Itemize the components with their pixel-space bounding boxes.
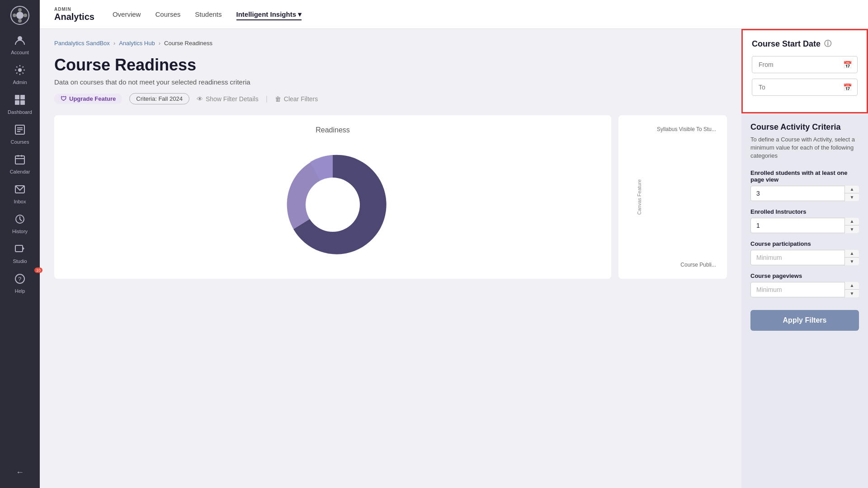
breadcrumb: Pandalytics SandBox › Analytics Hub › Co… bbox=[54, 40, 727, 47]
sidebar: Account Admin Dashboard bbox=[0, 0, 40, 488]
course-start-date-section: Course Start Date ⓘ 📅 📅 bbox=[741, 29, 868, 113]
enrolled-instructors-down[interactable]: ▼ bbox=[845, 225, 859, 233]
topnav-links: Overview Courses Students Intelligent In… bbox=[113, 9, 302, 20]
sidebar-item-label-help: Help bbox=[15, 288, 25, 294]
enrolled-students-input[interactable]: 3 bbox=[750, 186, 859, 201]
sidebar-item-label-dashboard: Dashboard bbox=[8, 109, 32, 115]
trash-icon: 🗑 bbox=[275, 95, 281, 103]
upgrade-label: Upgrade Feature bbox=[69, 95, 116, 102]
history-icon bbox=[14, 213, 26, 227]
svg-point-1 bbox=[16, 12, 24, 19]
sidebar-collapse-button[interactable]: ← bbox=[10, 462, 29, 483]
criteria-section: Course Activity Criteria To define a Cou… bbox=[741, 113, 868, 340]
breadcrumb-analytics-hub[interactable]: Analytics Hub bbox=[119, 40, 155, 47]
course-participations-field: Course participations Minimum ▲ ▼ bbox=[750, 240, 859, 265]
from-date-input[interactable] bbox=[752, 56, 858, 73]
enrolled-instructors-field: Enrolled Instructors 1 ▲ ▼ bbox=[750, 208, 859, 233]
svg-marker-23 bbox=[23, 247, 24, 250]
criteria-label: Criteria: Fall 2024 bbox=[136, 95, 183, 102]
topnav-brand-name: Analytics bbox=[54, 12, 94, 22]
course-publi-label: Course Publi... bbox=[637, 262, 716, 268]
topnav-admin-label: ADMIN bbox=[54, 7, 94, 12]
sidebar-item-label-calendar: Calendar bbox=[10, 169, 30, 174]
enrolled-instructors-arrows: ▲ ▼ bbox=[844, 218, 859, 233]
svg-text:?: ? bbox=[18, 276, 21, 282]
from-date-wrap: 📅 bbox=[752, 56, 858, 73]
page-actions: 🛡 Upgrade Feature Criteria: Fall 2024 👁 … bbox=[54, 93, 727, 104]
content-area: Pandalytics SandBox › Analytics Hub › Co… bbox=[40, 29, 741, 488]
page-title: Course Readiness bbox=[54, 56, 727, 75]
sidebar-item-courses[interactable]: Courses bbox=[0, 120, 40, 148]
topnav: ADMIN Analytics Overview Courses Student… bbox=[40, 0, 868, 29]
syllabus-label: Syllabus Visible To Stu... bbox=[637, 126, 716, 132]
help-badge: 10 bbox=[34, 267, 42, 273]
main-area: ADMIN Analytics Overview Courses Student… bbox=[40, 0, 868, 488]
breadcrumb-pandalytics[interactable]: Pandalytics SandBox bbox=[54, 40, 110, 47]
svg-rect-9 bbox=[20, 95, 25, 99]
sidebar-item-studio[interactable]: Studio bbox=[0, 239, 40, 267]
breadcrumb-sep-2: › bbox=[159, 40, 160, 47]
inbox-icon bbox=[14, 183, 26, 197]
apply-filters-button[interactable]: Apply Filters bbox=[750, 310, 859, 331]
sidebar-item-admin[interactable]: Admin bbox=[0, 61, 40, 89]
sidebar-item-account[interactable]: Account bbox=[0, 31, 40, 59]
studio-icon bbox=[14, 243, 26, 257]
sidebar-item-history[interactable]: History bbox=[0, 210, 40, 238]
criteria-section-desc: To define a Course with Activity, select… bbox=[750, 136, 859, 160]
svg-point-5 bbox=[24, 14, 27, 17]
enrolled-students-down[interactable]: ▼ bbox=[845, 193, 859, 201]
sidebar-item-dashboard[interactable]: Dashboard bbox=[0, 90, 40, 118]
svg-point-4 bbox=[13, 14, 16, 17]
charts-area: Readiness bbox=[54, 115, 727, 279]
enrolled-instructors-label: Enrolled Instructors bbox=[750, 208, 859, 215]
chevron-down-icon: ▾ bbox=[298, 10, 302, 19]
upgrade-icon: 🛡 bbox=[61, 95, 66, 102]
to-date-input[interactable] bbox=[752, 79, 858, 96]
course-participations-dropdown: Minimum ▲ ▼ bbox=[750, 250, 859, 265]
page-body: Pandalytics SandBox › Analytics Hub › Co… bbox=[40, 29, 868, 488]
upgrade-feature-badge[interactable]: 🛡 Upgrade Feature bbox=[54, 94, 122, 104]
show-filter-details[interactable]: 👁 Show Filter Details bbox=[197, 95, 259, 103]
clear-filters-button[interactable]: 🗑 Clear Filters bbox=[275, 95, 318, 103]
course-pageviews-select[interactable]: Minimum bbox=[750, 282, 859, 297]
tab-students[interactable]: Students bbox=[195, 9, 222, 20]
feature-chart-card: Syllabus Visible To Stu... Canvas Featur… bbox=[618, 115, 727, 279]
criteria-badge[interactable]: Criteria: Fall 2024 bbox=[129, 93, 189, 104]
svg-point-2 bbox=[18, 8, 22, 12]
enrolled-instructors-up[interactable]: ▲ bbox=[845, 218, 859, 226]
enrolled-instructors-spinner: 1 ▲ ▼ bbox=[750, 218, 859, 233]
sidebar-item-label-admin: Admin bbox=[13, 80, 27, 85]
sidebar-item-label-history: History bbox=[12, 229, 28, 234]
criteria-section-title: Course Activity Criteria bbox=[750, 122, 859, 132]
svg-rect-16 bbox=[15, 156, 24, 164]
sidebar-logo[interactable] bbox=[10, 5, 30, 25]
course-pageviews-field: Course pageviews Minimum ▲ ▼ bbox=[750, 272, 859, 297]
course-pageviews-dropdown: Minimum ▲ ▼ bbox=[750, 282, 859, 297]
info-icon[interactable]: ⓘ bbox=[824, 39, 831, 49]
sidebar-item-inbox[interactable]: Inbox bbox=[0, 180, 40, 208]
readiness-chart-title: Readiness bbox=[65, 126, 600, 134]
svg-rect-22 bbox=[15, 245, 23, 252]
tab-overview[interactable]: Overview bbox=[113, 9, 141, 20]
tab-intelligent-insights[interactable]: Intelligent Insights ▾ bbox=[236, 9, 302, 20]
sidebar-item-label-studio: Studio bbox=[13, 258, 27, 264]
sidebar-item-calendar[interactable]: Calendar bbox=[0, 150, 40, 178]
sidebar-bottom: ← bbox=[10, 462, 29, 483]
course-participations-label: Course participations bbox=[750, 240, 859, 247]
course-participations-select[interactable]: Minimum bbox=[750, 250, 859, 265]
readiness-chart-card: Readiness bbox=[54, 115, 611, 279]
filter-panel: Course Start Date ⓘ 📅 📅 Course Activity … bbox=[741, 29, 868, 488]
canvas-feature-label: Canvas Feature bbox=[637, 179, 642, 215]
tab-courses[interactable]: Courses bbox=[155, 9, 180, 20]
sidebar-item-help[interactable]: ? 10 Help bbox=[0, 269, 40, 297]
dashboard-icon bbox=[14, 94, 26, 108]
to-date-wrap: 📅 bbox=[752, 79, 858, 96]
enrolled-students-up[interactable]: ▲ bbox=[845, 186, 859, 194]
sidebar-item-label-courses: Courses bbox=[11, 139, 29, 145]
enrolled-students-label: Enrolled students with at least one page… bbox=[750, 169, 859, 183]
svg-rect-8 bbox=[15, 95, 19, 99]
svg-point-3 bbox=[18, 19, 22, 23]
eye-icon: 👁 bbox=[197, 95, 203, 103]
enrolled-students-arrows: ▲ ▼ bbox=[844, 186, 859, 201]
enrolled-instructors-input[interactable]: 1 bbox=[750, 218, 859, 233]
